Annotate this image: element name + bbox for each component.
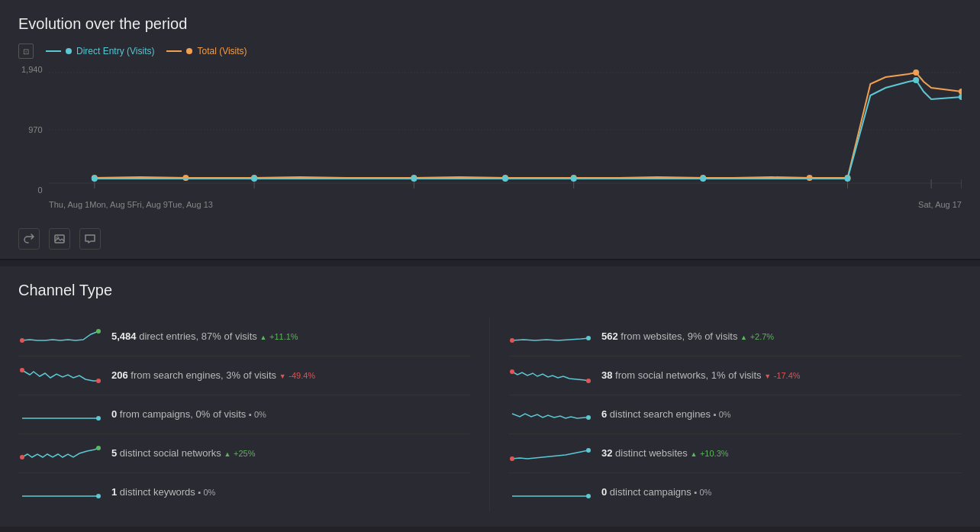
svg-point-34 bbox=[96, 329, 101, 334]
metric-direct-entries: 5,484 direct entries, 87% of visits ▲ +1… bbox=[18, 318, 471, 356]
svg-point-41 bbox=[96, 446, 101, 450]
svg-point-26 bbox=[502, 176, 508, 182]
section-title: Channel Type bbox=[18, 282, 962, 299]
metric-search-engines: 206 from search engines, 3% of visits ▼ … bbox=[18, 356, 471, 395]
svg-point-48 bbox=[586, 415, 591, 420]
svg-point-23 bbox=[92, 176, 98, 182]
metric-text-search-engines: 206 from search engines, 3% of visits ▼ … bbox=[111, 369, 315, 382]
chart-icon: ⊡ bbox=[18, 44, 34, 59]
svg-point-30 bbox=[913, 77, 919, 83]
sparkline-social-networks bbox=[18, 442, 102, 465]
svg-point-21 bbox=[913, 69, 919, 76]
metric-text-distinct-websites: 32 distinct websites ▲ +10.3% bbox=[601, 447, 729, 460]
svg-point-27 bbox=[571, 176, 577, 182]
svg-rect-32 bbox=[55, 235, 64, 243]
svg-point-22 bbox=[959, 89, 962, 95]
svg-point-47 bbox=[586, 379, 591, 383]
svg-point-25 bbox=[411, 176, 417, 182]
x-axis: Thu, Aug 1 Mon, Aug 5 Fri, Aug 9 Tue, Au… bbox=[49, 200, 962, 209]
svg-point-37 bbox=[96, 379, 101, 383]
metric-text-direct-entries: 5,484 direct entries, 87% of visits ▲ +1… bbox=[111, 330, 298, 343]
metric-social-visits: 38 from social networks, 1% of visits ▼ … bbox=[508, 356, 962, 395]
legend-direct-entry: Direct Entry (Visits) bbox=[46, 46, 154, 56]
svg-point-35 bbox=[20, 338, 24, 343]
image-button[interactable] bbox=[49, 228, 70, 250]
svg-point-49 bbox=[510, 456, 514, 461]
svg-point-46 bbox=[510, 369, 514, 374]
svg-point-40 bbox=[20, 455, 24, 459]
metric-distinct-search: 6 distinct search engines ▪ 0% bbox=[508, 395, 962, 434]
svg-point-45 bbox=[586, 336, 591, 340]
metric-text-keywords: 1 distinct keywords ▪ 0% bbox=[111, 485, 215, 499]
sparkline-direct-entries bbox=[18, 325, 102, 348]
chart-actions bbox=[18, 228, 962, 250]
channel-type-panel: Channel Type 5,484 direct entries, 87% o… bbox=[0, 266, 980, 527]
legend-total: Total (Visits) bbox=[166, 46, 247, 56]
svg-point-52 bbox=[586, 494, 591, 498]
sparkline-campaigns bbox=[18, 403, 102, 426]
evolution-panel: Evolution over the period ⊡ Direct Entry… bbox=[0, 0, 980, 260]
chart-area: 1,940 970 0 bbox=[49, 65, 962, 218]
sparkline-distinct-search bbox=[508, 403, 592, 426]
svg-point-29 bbox=[845, 176, 851, 182]
sparkline-keywords bbox=[18, 481, 102, 504]
metric-campaigns: 0 from campaigns, 0% of visits ▪ 0% bbox=[18, 395, 471, 434]
metric-websites: 562 from websites, 9% of visits ▲ +2.7% bbox=[508, 318, 962, 356]
sparkline-websites bbox=[508, 325, 592, 348]
chart-legend: ⊡ Direct Entry (Visits) Total (Visits) bbox=[18, 44, 962, 59]
svg-point-31 bbox=[959, 94, 962, 100]
svg-point-44 bbox=[510, 338, 514, 343]
svg-point-28 bbox=[700, 176, 706, 182]
sparkline-distinct-campaigns bbox=[508, 481, 592, 504]
metric-distinct-websites: 32 distinct websites ▲ +10.3% bbox=[508, 434, 962, 473]
metric-text-distinct-search: 6 distinct search engines ▪ 0% bbox=[601, 408, 731, 421]
left-metrics: 5,484 direct entries, 87% of visits ▲ +1… bbox=[18, 318, 490, 511]
svg-point-50 bbox=[586, 448, 591, 453]
svg-point-24 bbox=[251, 176, 257, 182]
svg-point-36 bbox=[20, 368, 24, 372]
comment-button[interactable] bbox=[79, 228, 101, 250]
y-axis: 1,940 970 0 bbox=[21, 65, 43, 195]
metric-text-distinct-campaigns: 0 distinct campaigns ▪ 0% bbox=[601, 485, 711, 499]
sparkline-search-engines bbox=[18, 364, 102, 387]
metric-text-campaigns: 0 from campaigns, 0% of visits ▪ 0% bbox=[111, 408, 266, 421]
metric-social-networks: 5 distinct social networks ▲ +25% bbox=[18, 434, 471, 473]
metrics-grid: 5,484 direct entries, 87% of visits ▲ +1… bbox=[18, 318, 962, 511]
sparkline-distinct-websites bbox=[508, 442, 592, 465]
chart-svg bbox=[49, 65, 962, 195]
sparkline-social-visits bbox=[508, 364, 592, 387]
metric-text-websites: 562 from websites, 9% of visits ▲ +2.7% bbox=[601, 330, 774, 343]
metric-distinct-campaigns: 0 distinct campaigns ▪ 0% bbox=[508, 473, 962, 511]
share-button[interactable] bbox=[18, 228, 40, 250]
metric-keywords: 1 distinct keywords ▪ 0% bbox=[18, 473, 471, 511]
right-metrics: 562 from websites, 9% of visits ▲ +2.7% … bbox=[490, 318, 962, 511]
page-title: Evolution over the period bbox=[18, 15, 962, 33]
svg-point-43 bbox=[96, 494, 101, 498]
svg-point-39 bbox=[96, 416, 101, 421]
metric-text-social-visits: 38 from social networks, 1% of visits ▼ … bbox=[601, 369, 801, 382]
metric-text-social-networks: 5 distinct social networks ▲ +25% bbox=[111, 447, 255, 460]
